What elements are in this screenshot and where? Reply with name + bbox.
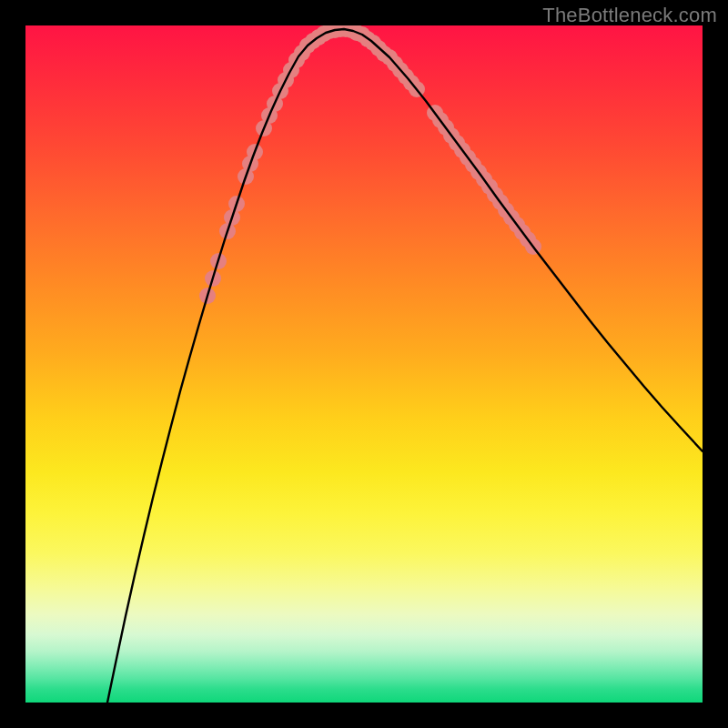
watermark-text: TheBottleneck.com — [542, 4, 717, 27]
chart-frame: TheBottleneck.com — [0, 0, 728, 728]
bottleneck-curve — [107, 29, 703, 703]
curve-layer — [25, 25, 703, 703]
plot-area — [25, 25, 703, 703]
